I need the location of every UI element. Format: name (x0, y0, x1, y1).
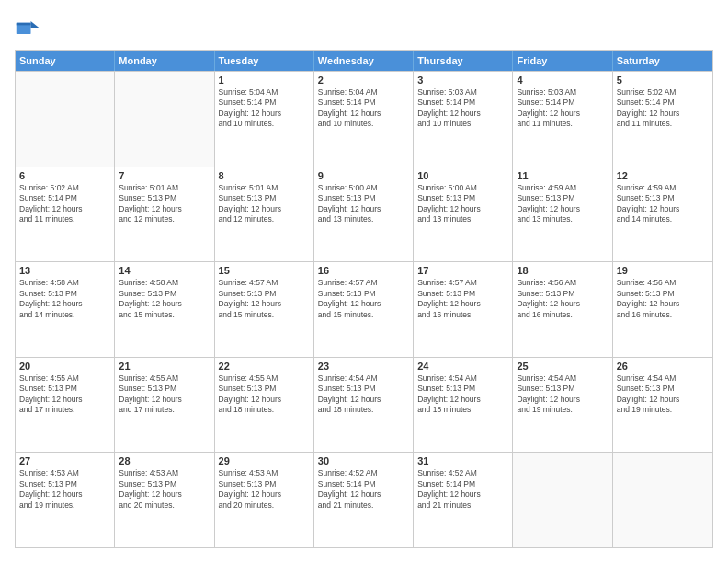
week-row-2: 6Sunrise: 5:02 AM Sunset: 5:14 PM Daylig… (16, 167, 712, 262)
day-number: 25 (517, 361, 608, 372)
cal-cell: 7Sunrise: 5:01 AM Sunset: 5:13 PM Daylig… (115, 167, 214, 262)
day-header-sunday: Sunday (16, 51, 115, 71)
day-number: 2 (318, 75, 409, 86)
cal-cell: 17Sunrise: 4:57 AM Sunset: 5:13 PM Dayli… (414, 262, 513, 357)
cal-cell (613, 453, 712, 547)
cal-cell: 26Sunrise: 4:54 AM Sunset: 5:13 PM Dayli… (613, 358, 712, 453)
day-info: Sunrise: 4:55 AM Sunset: 5:13 PM Dayligh… (19, 373, 110, 416)
cal-cell: 4Sunrise: 5:03 AM Sunset: 5:14 PM Daylig… (513, 72, 612, 167)
day-header-monday: Monday (115, 51, 214, 71)
cal-cell: 22Sunrise: 4:55 AM Sunset: 5:13 PM Dayli… (215, 358, 314, 453)
day-info: Sunrise: 4:56 AM Sunset: 5:13 PM Dayligh… (617, 278, 709, 320)
day-info: Sunrise: 4:54 AM Sunset: 5:13 PM Dayligh… (617, 373, 709, 416)
day-number: 24 (417, 361, 508, 372)
day-info: Sunrise: 5:00 AM Sunset: 5:13 PM Dayligh… (318, 183, 409, 225)
day-info: Sunrise: 4:58 AM Sunset: 5:13 PM Dayligh… (119, 278, 210, 320)
day-info: Sunrise: 4:56 AM Sunset: 5:13 PM Dayligh… (517, 278, 608, 320)
day-number: 15 (219, 265, 310, 276)
day-number: 16 (318, 265, 409, 276)
cal-cell: 13Sunrise: 4:58 AM Sunset: 5:13 PM Dayli… (16, 262, 115, 357)
logo (15, 15, 44, 40)
day-info: Sunrise: 4:54 AM Sunset: 5:13 PM Dayligh… (318, 373, 409, 416)
day-number: 11 (517, 170, 608, 181)
day-number: 26 (617, 361, 709, 372)
cal-cell: 25Sunrise: 4:54 AM Sunset: 5:13 PM Dayli… (513, 358, 612, 453)
day-info: Sunrise: 4:59 AM Sunset: 5:13 PM Dayligh… (617, 183, 709, 225)
day-number: 23 (318, 361, 409, 372)
cal-cell: 3Sunrise: 5:03 AM Sunset: 5:14 PM Daylig… (414, 72, 513, 167)
day-info: Sunrise: 4:54 AM Sunset: 5:13 PM Dayligh… (417, 373, 508, 416)
cal-cell: 20Sunrise: 4:55 AM Sunset: 5:13 PM Dayli… (16, 358, 115, 453)
svg-rect-2 (17, 23, 31, 26)
day-info: Sunrise: 4:52 AM Sunset: 5:14 PM Dayligh… (417, 468, 508, 511)
calendar-header: SundayMondayTuesdayWednesdayThursdayFrid… (16, 51, 712, 71)
day-number: 18 (517, 265, 608, 276)
page: SundayMondayTuesdayWednesdayThursdayFrid… (0, 0, 728, 563)
day-info: Sunrise: 5:02 AM Sunset: 5:14 PM Dayligh… (617, 87, 709, 130)
cal-cell: 23Sunrise: 4:54 AM Sunset: 5:13 PM Dayli… (314, 358, 414, 453)
day-header-saturday: Saturday (613, 51, 712, 71)
day-number: 4 (517, 75, 608, 86)
day-number: 7 (119, 170, 210, 181)
day-number: 28 (119, 455, 210, 466)
cal-cell (115, 72, 214, 167)
cal-cell: 16Sunrise: 4:57 AM Sunset: 5:13 PM Dayli… (314, 262, 414, 357)
day-number: 14 (119, 265, 210, 276)
day-number: 22 (219, 361, 310, 372)
cal-cell: 31Sunrise: 4:52 AM Sunset: 5:14 PM Dayli… (414, 453, 513, 547)
day-number: 5 (617, 75, 709, 86)
cal-cell: 14Sunrise: 4:58 AM Sunset: 5:13 PM Dayli… (115, 262, 214, 357)
day-info: Sunrise: 5:04 AM Sunset: 5:14 PM Dayligh… (318, 87, 409, 130)
day-number: 9 (318, 170, 409, 181)
day-info: Sunrise: 4:55 AM Sunset: 5:13 PM Dayligh… (119, 373, 210, 416)
day-info: Sunrise: 5:02 AM Sunset: 5:14 PM Dayligh… (19, 183, 110, 225)
day-info: Sunrise: 4:57 AM Sunset: 5:13 PM Dayligh… (219, 278, 310, 320)
day-number: 8 (219, 170, 310, 181)
week-row-5: 27Sunrise: 4:53 AM Sunset: 5:13 PM Dayli… (16, 452, 712, 547)
calendar-body: 1Sunrise: 5:04 AM Sunset: 5:14 PM Daylig… (16, 71, 712, 547)
cal-cell: 5Sunrise: 5:02 AM Sunset: 5:14 PM Daylig… (613, 72, 712, 167)
cal-cell: 12Sunrise: 4:59 AM Sunset: 5:13 PM Dayli… (613, 167, 712, 262)
day-number: 17 (417, 265, 508, 276)
header (15, 15, 713, 40)
day-info: Sunrise: 4:53 AM Sunset: 5:13 PM Dayligh… (19, 468, 110, 511)
day-info: Sunrise: 4:53 AM Sunset: 5:13 PM Dayligh… (119, 468, 210, 511)
day-number: 10 (417, 170, 508, 181)
day-info: Sunrise: 4:53 AM Sunset: 5:13 PM Dayligh… (219, 468, 310, 511)
logo-icon (15, 15, 40, 40)
day-info: Sunrise: 4:55 AM Sunset: 5:13 PM Dayligh… (219, 373, 310, 416)
cal-cell: 8Sunrise: 5:01 AM Sunset: 5:13 PM Daylig… (215, 167, 314, 262)
day-number: 6 (19, 170, 110, 181)
cal-cell: 1Sunrise: 5:04 AM Sunset: 5:14 PM Daylig… (215, 72, 314, 167)
day-header-tuesday: Tuesday (215, 51, 314, 71)
cal-cell: 21Sunrise: 4:55 AM Sunset: 5:13 PM Dayli… (115, 358, 214, 453)
day-header-thursday: Thursday (414, 51, 513, 71)
cal-cell: 27Sunrise: 4:53 AM Sunset: 5:13 PM Dayli… (16, 453, 115, 547)
day-number: 19 (617, 265, 709, 276)
day-number: 20 (19, 361, 110, 372)
day-header-wednesday: Wednesday (314, 51, 414, 71)
cal-cell: 10Sunrise: 5:00 AM Sunset: 5:13 PM Dayli… (414, 167, 513, 262)
cal-cell: 29Sunrise: 4:53 AM Sunset: 5:13 PM Dayli… (215, 453, 314, 547)
week-row-4: 20Sunrise: 4:55 AM Sunset: 5:13 PM Dayli… (16, 357, 712, 453)
day-info: Sunrise: 5:03 AM Sunset: 5:14 PM Dayligh… (417, 87, 508, 130)
cal-cell (16, 72, 115, 167)
svg-marker-1 (31, 21, 40, 28)
cal-cell: 9Sunrise: 5:00 AM Sunset: 5:13 PM Daylig… (314, 167, 414, 262)
day-number: 29 (219, 455, 310, 466)
cal-cell: 28Sunrise: 4:53 AM Sunset: 5:13 PM Dayli… (115, 453, 214, 547)
day-number: 21 (119, 361, 210, 372)
day-number: 1 (219, 75, 310, 86)
day-number: 13 (19, 265, 110, 276)
cal-cell: 30Sunrise: 4:52 AM Sunset: 5:14 PM Dayli… (314, 453, 414, 547)
day-info: Sunrise: 4:59 AM Sunset: 5:13 PM Dayligh… (517, 183, 608, 225)
day-number: 30 (318, 455, 409, 466)
cal-cell: 2Sunrise: 5:04 AM Sunset: 5:14 PM Daylig… (314, 72, 414, 167)
day-number: 3 (417, 75, 508, 86)
day-number: 31 (417, 455, 508, 466)
cal-cell (513, 453, 612, 547)
cal-cell: 19Sunrise: 4:56 AM Sunset: 5:13 PM Dayli… (613, 262, 712, 357)
calendar: SundayMondayTuesdayWednesdayThursdayFrid… (15, 50, 713, 548)
cal-cell: 18Sunrise: 4:56 AM Sunset: 5:13 PM Dayli… (513, 262, 612, 357)
day-info: Sunrise: 4:58 AM Sunset: 5:13 PM Dayligh… (19, 278, 110, 320)
